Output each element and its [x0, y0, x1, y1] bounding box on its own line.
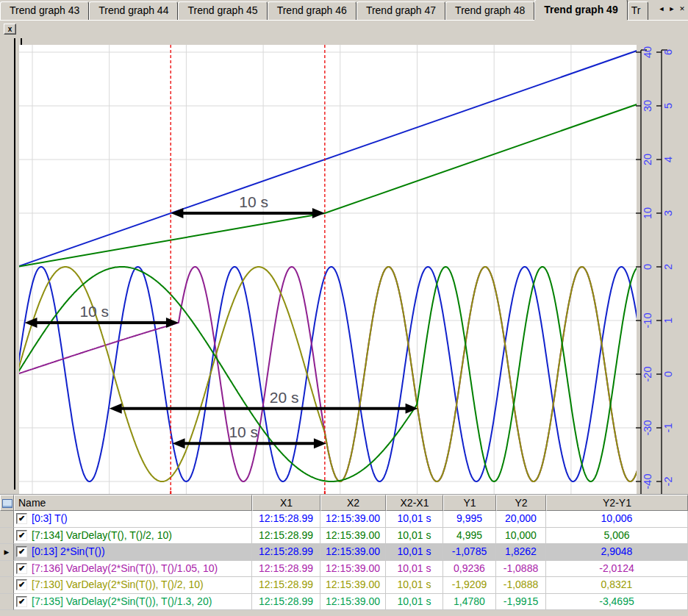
- x1-value: 12:15:28.99: [252, 577, 320, 594]
- y2-y1-value: 10,006: [546, 511, 688, 528]
- table-row[interactable]: ▶✔[0:13] 2*Sin(T())12:15:28.9912:15:39.0…: [0, 544, 688, 561]
- chart-panel: x 10 s10 s20 s10 s12:15:2012:15:2512:15:…: [0, 21, 688, 494]
- signal-name-cell: ✔[0:13] 2*Sin(T()): [14, 544, 252, 561]
- x1-value: 12:15:28.99: [252, 528, 320, 545]
- signal-visibility-checkbox[interactable]: ✔: [16, 546, 27, 557]
- signal-name-cell: ✔[7:136] VarDelay(2*Sin(T()), T()/1.05, …: [14, 561, 252, 578]
- x2-value: 12:15:39.00: [320, 594, 386, 611]
- tab-trend-graph-46[interactable]: Trend graph 46: [268, 1, 356, 20]
- row-selector[interactable]: [0, 577, 14, 594]
- tab-trend-graph-47[interactable]: Trend graph 47: [356, 1, 445, 20]
- y2-value: -1,0888: [496, 577, 546, 594]
- signal-name-cell: ✔[0:3] T(): [14, 511, 252, 528]
- row-selector[interactable]: [0, 561, 14, 578]
- signal-name-cell: ✔[7:135] VarDelay(2*Sin(T()), T()/1.3, 2…: [14, 594, 252, 611]
- tab-scroll-right-button[interactable]: ►: [667, 4, 676, 14]
- y1-value: 9,995: [443, 511, 496, 528]
- table-row[interactable]: ✔[7:134] VarDelay(T(), T()/2, 10)12:15:2…: [0, 528, 688, 545]
- x1-value: 12:15:28.99: [252, 544, 320, 561]
- row-selector[interactable]: [0, 528, 14, 545]
- y-axis-1-tick-label: 10: [642, 207, 653, 219]
- table-header-y2[interactable]: Y2: [496, 495, 546, 511]
- tab-bar: Trend graph 43Trend graph 44Trend graph …: [0, 0, 688, 21]
- tab-scroll-buttons: ◄ ► ✕: [655, 3, 687, 15]
- table-header-x2-x1[interactable]: X2-X1: [386, 495, 443, 511]
- y2-value: -1,0888: [496, 561, 546, 578]
- x2-x1-value: 10,01 s: [386, 594, 443, 611]
- y-axis-2-tick-label: 1: [662, 318, 674, 323]
- y-axis-1-tick-label: -30: [642, 420, 653, 436]
- table-header-name[interactable]: Name: [14, 495, 252, 511]
- tab-trend-graph-49[interactable]: Trend graph 49: [534, 0, 627, 20]
- signal-visibility-checkbox[interactable]: ✔: [16, 596, 27, 607]
- y-axis-2-tick-label: -1: [662, 423, 674, 433]
- y-axis-1-tick-label: -10: [642, 313, 653, 329]
- table-header-x1[interactable]: X1: [252, 495, 320, 511]
- y-axis-2-tick-label: 5: [662, 103, 674, 109]
- y-axis-2-tick-label: 2: [662, 264, 674, 270]
- signal-name: [0:3] T(): [32, 511, 68, 526]
- signal-name: [0:13] 2*Sin(T()): [32, 544, 105, 559]
- time-span-label: 10 s: [239, 193, 268, 210]
- table-row[interactable]: ✔[7:136] VarDelay(2*Sin(T()), T()/1.05, …: [0, 561, 688, 578]
- y-axis-2-tick-label: 3: [662, 210, 674, 216]
- signal-visibility-checkbox[interactable]: ✔: [16, 563, 27, 574]
- table-row[interactable]: ✔[7:130] VarDelay(2*Sin(T()), T()/2, 10)…: [0, 577, 688, 594]
- y2-y1-value: -2,0124: [546, 561, 688, 578]
- table-header-x2[interactable]: X2: [320, 495, 386, 511]
- y1-value: 0,9236: [443, 561, 496, 578]
- y1-value: 4,995: [443, 528, 496, 545]
- signal-name: [7:130] VarDelay(2*Sin(T()), T()/2, 10): [32, 577, 204, 592]
- y-axis-2-tick-label: 4: [662, 157, 674, 162]
- x2-x1-value: 10,01 s: [386, 511, 443, 528]
- time-span-label: 10 s: [79, 303, 109, 320]
- tab-trend-graph-48[interactable]: Trend graph 48: [445, 1, 534, 20]
- x1-value: 12:15:28.99: [252, 561, 320, 578]
- y-axis-1-tick-label: 30: [642, 100, 653, 112]
- y-axis-1-tick-label: -40: [642, 474, 653, 490]
- signal-table: NameX1X2X2-X1Y1Y2Y2-Y1✔[0:3] T()12:15:28…: [0, 494, 688, 616]
- tab-trend-graph-50[interactable]: Tr: [628, 1, 648, 20]
- trend-chart: 10 s10 s20 s10 s12:15:2012:15:2512:15:30…: [0, 21, 688, 494]
- table-header-row: NameX1X2X2-X1Y1Y2Y2-Y1: [0, 495, 688, 511]
- tab-trend-graph-43[interactable]: Trend graph 43: [0, 1, 89, 20]
- tab-trend-graph-44[interactable]: Trend graph 44: [89, 1, 178, 20]
- y2-y1-value: -3,4695: [546, 594, 688, 611]
- x2-value: 12:15:39.00: [320, 561, 386, 578]
- signals-icon: [2, 499, 12, 508]
- trend-application: Trend graph 43Trend graph 44Trend graph …: [0, 0, 688, 616]
- row-selector[interactable]: [0, 594, 14, 611]
- table-row[interactable]: ✔[0:3] T()12:15:28.9912:15:39.0010,01 s9…: [0, 511, 688, 528]
- table-header-selector[interactable]: [0, 495, 14, 511]
- signal-name: [7:136] VarDelay(2*Sin(T()), T()/1.05, 1…: [32, 561, 218, 576]
- table-header-y1[interactable]: Y1: [443, 495, 496, 511]
- y2-value: -1,9915: [496, 594, 546, 611]
- tab-close-button[interactable]: ✕: [678, 4, 687, 14]
- y2-y1-value: 0,8321: [546, 577, 688, 594]
- signal-name: [7:135] VarDelay(2*Sin(T()), T()/1.3, 20…: [32, 594, 212, 609]
- row-pointer[interactable]: ▶: [0, 544, 14, 561]
- tab-scroll-left-button[interactable]: ◄: [657, 4, 666, 14]
- y2-value: 1,8262: [496, 544, 546, 561]
- row-selector[interactable]: [0, 511, 14, 528]
- signal-visibility-checkbox[interactable]: ✔: [16, 530, 27, 541]
- time-span-label: 10 s: [229, 423, 258, 440]
- x1-value: 12:15:28.99: [252, 511, 320, 528]
- signal-visibility-checkbox[interactable]: ✔: [16, 579, 27, 590]
- signal-name-cell: ✔[7:130] VarDelay(2*Sin(T()), T()/2, 10): [14, 577, 252, 594]
- y2-y1-value: 5,006: [546, 528, 688, 545]
- x2-value: 12:15:39.00: [320, 577, 386, 594]
- x2-value: 12:15:39.00: [320, 544, 386, 561]
- table-header-y2-y1[interactable]: Y2-Y1: [546, 495, 688, 511]
- tab-trend-graph-45[interactable]: Trend graph 45: [178, 1, 267, 20]
- x2-x1-value: 10,01 s: [386, 544, 443, 561]
- y-axis-1-tick-label: 0: [642, 264, 653, 270]
- signal-visibility-checkbox[interactable]: ✔: [16, 513, 27, 524]
- y-axis-1-tick-label: -20: [642, 367, 653, 382]
- y2-y1-value: 2,9048: [546, 544, 688, 561]
- y1-value: -1,9209: [443, 577, 496, 594]
- y2-value: 20,000: [496, 511, 546, 528]
- y-axis-1-tick-label: 40: [642, 46, 653, 58]
- table-row[interactable]: ✔[7:135] VarDelay(2*Sin(T()), T()/1.3, 2…: [0, 594, 688, 611]
- y2-value: 10,000: [496, 528, 546, 545]
